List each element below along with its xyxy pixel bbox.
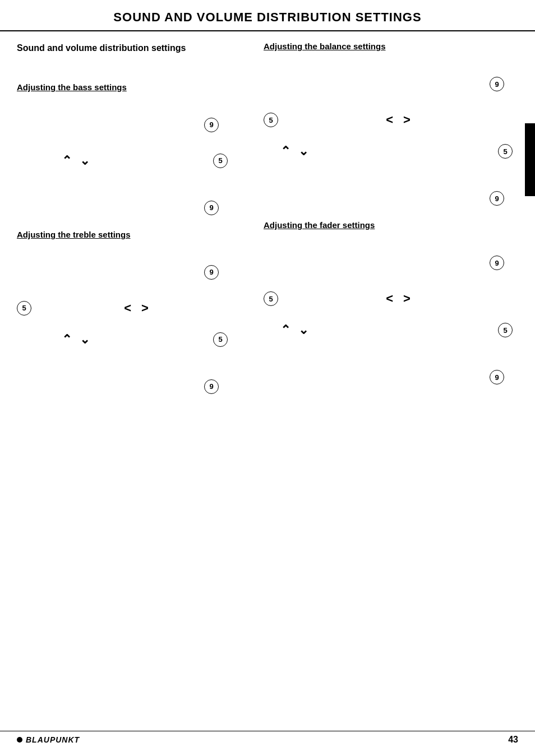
balance-circle-9-top: 9 bbox=[264, 77, 518, 91]
circle-5-bass-1: 5 bbox=[213, 154, 228, 168]
fader-left-arrow: < bbox=[386, 291, 393, 306]
treble-up-arrow: ⌃ bbox=[62, 332, 72, 347]
page-number: 43 bbox=[508, 735, 518, 745]
fader-up-arrow: ⌃ bbox=[280, 323, 290, 337]
treble-lr-arrows-row: 5 < > bbox=[17, 301, 247, 316]
treble-left-arrow: < bbox=[124, 301, 131, 316]
circle-5-fader-left: 5 bbox=[264, 291, 278, 306]
bass-up-arrow: ⌃ bbox=[62, 154, 72, 168]
bass-down-arrow: ⌄ bbox=[80, 154, 90, 168]
balance-left-arrow: < bbox=[386, 113, 393, 127]
bass-circle-9-top: 9 bbox=[17, 118, 247, 132]
intro-heading: Sound and volume distribution settings bbox=[17, 43, 247, 54]
circle-9-balance-1: 9 bbox=[490, 77, 504, 91]
fader-ud-arrows-row: ⌃ ⌄ 5 bbox=[264, 323, 518, 337]
balance-lr-arrows-row: 5 < > bbox=[264, 113, 518, 127]
circle-9-bass-2: 9 bbox=[204, 201, 219, 215]
circle-5-treble-left: 5 bbox=[17, 301, 31, 316]
page-footer: BLAUPUNKT 43 bbox=[0, 731, 535, 745]
balance-up-arrow: ⌃ bbox=[280, 144, 290, 159]
balance-ud-arrows-row: ⌃ ⌄ 5 bbox=[264, 144, 518, 159]
treble-circle-9-top: 9 bbox=[17, 265, 247, 280]
balance-down-arrow: ⌄ bbox=[298, 144, 308, 159]
logo-text: BLAUPUNKT bbox=[26, 735, 80, 744]
circle-9-fader-2: 9 bbox=[490, 370, 504, 384]
fader-heading: Adjusting the fader settings bbox=[264, 220, 518, 230]
fader-circle-9-top: 9 bbox=[264, 256, 518, 270]
fader-lr-arrows-row: 5 < > bbox=[264, 291, 518, 306]
circle-5-treble-right: 5 bbox=[213, 332, 228, 347]
content-area: Sound and volume distribution settings A… bbox=[0, 37, 535, 398]
circle-9-bass-1: 9 bbox=[204, 118, 219, 132]
page-title: SOUND AND VOLUME DISTRIBUTION SETTINGS bbox=[11, 10, 524, 25]
balance-heading: Adjusting the balance settings bbox=[264, 41, 518, 51]
circle-9-fader-1: 9 bbox=[490, 256, 504, 270]
treble-right-arrow: > bbox=[141, 301, 149, 316]
balance-right-arrow: > bbox=[403, 113, 411, 127]
balance-circle-9-bottom: 9 bbox=[264, 191, 518, 206]
circle-5-balance-right: 5 bbox=[498, 144, 513, 159]
circle-9-balance-2: 9 bbox=[490, 191, 504, 206]
circle-9-treble-1: 9 bbox=[204, 265, 219, 280]
bass-arrows-row: ⌃ ⌄ 5 bbox=[17, 154, 247, 168]
circle-5-balance-left: 5 bbox=[264, 113, 278, 127]
left-column: Sound and volume distribution settings A… bbox=[17, 37, 258, 398]
fader-circle-9-bottom: 9 bbox=[264, 370, 518, 384]
treble-down-arrow: ⌄ bbox=[80, 332, 90, 347]
circle-5-fader-right: 5 bbox=[498, 323, 513, 337]
fader-right-arrow: > bbox=[403, 291, 411, 306]
right-column: Adjusting the balance settings 9 5 < > bbox=[258, 37, 518, 398]
right-tab bbox=[525, 123, 535, 196]
bass-circle-9-bottom: 9 bbox=[17, 201, 247, 215]
circle-9-treble-2: 9 bbox=[204, 379, 219, 394]
brand-logo: BLAUPUNKT bbox=[17, 735, 80, 744]
page-header: SOUND AND VOLUME DISTRIBUTION SETTINGS bbox=[0, 0, 535, 31]
treble-ud-arrows-row: ⌃ ⌄ 5 bbox=[17, 332, 247, 347]
page: SOUND AND VOLUME DISTRIBUTION SETTINGS S… bbox=[0, 0, 535, 756]
treble-circle-9-bottom: 9 bbox=[17, 379, 247, 394]
fader-down-arrow: ⌄ bbox=[298, 323, 308, 337]
treble-heading: Adjusting the treble settings bbox=[17, 230, 247, 239]
logo-dot bbox=[17, 737, 22, 743]
bass-heading: Adjusting the bass settings bbox=[17, 82, 247, 92]
